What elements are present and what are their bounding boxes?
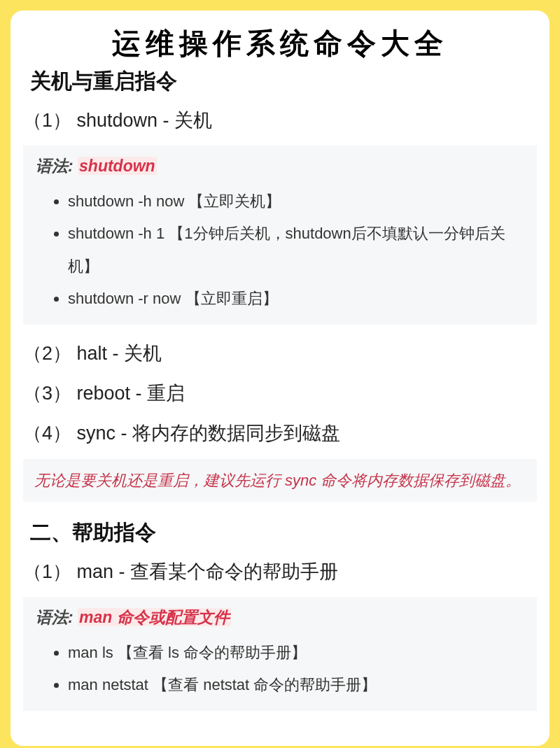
- syntax-bullet: man netstat 【查看 netstat 命令的帮助手册】: [68, 669, 524, 701]
- page-title: 运维操作系统命令大全: [23, 24, 537, 63]
- syntax-label-text: 语法:: [36, 608, 78, 626]
- syntax-bullet: shutdown -h now 【立即关机】: [68, 185, 524, 218]
- cmd-item-sync: （4） sync - 将内存的数据同步到磁盘: [23, 418, 537, 449]
- cmd-item-man: （1） man - 查看某个命令的帮助手册: [23, 557, 537, 587]
- cmd-item-reboot: （3） reboot - 重启: [23, 379, 537, 409]
- cmd-item-halt: （2） halt - 关机: [23, 339, 537, 369]
- syntax-bullet: shutdown -r now 【立即重启】: [68, 283, 524, 315]
- syntax-box-man: 语法: man 命令或配置文件 man ls 【查看 ls 命令的帮助手册】 m…: [23, 597, 537, 711]
- syntax-label: 语法: man 命令或配置文件: [36, 607, 524, 628]
- syntax-bullet-list: shutdown -h now 【立即关机】 shutdown -h 1 【1分…: [36, 185, 524, 315]
- note-box: 无论是要关机还是重启，建议先运行 sync 命令将内存数据保存到磁盘。: [23, 459, 537, 502]
- page-container: 运维操作系统命令大全 关机与重启指令 （1） shutdown - 关机 语法:…: [10, 10, 550, 746]
- section-heading-help: 二、帮助指令: [30, 518, 537, 547]
- syntax-command: man 命令或配置文件: [78, 608, 231, 626]
- cmd-item-shutdown: （1） shutdown - 关机: [23, 106, 537, 136]
- section-heading-shutdown: 关机与重启指令: [30, 67, 537, 96]
- syntax-bullet: man ls 【查看 ls 命令的帮助手册】: [68, 637, 524, 669]
- syntax-box-shutdown: 语法: shutdown shutdown -h now 【立即关机】 shut…: [23, 146, 537, 325]
- syntax-bullet-list: man ls 【查看 ls 命令的帮助手册】 man netstat 【查看 n…: [36, 637, 524, 701]
- syntax-label: 语法: shutdown: [36, 155, 524, 177]
- syntax-command: shutdown: [78, 157, 157, 175]
- syntax-label-text: 语法:: [36, 157, 78, 175]
- note-text: 无论是要关机还是重启，建议先运行 sync 命令将内存数据保存到磁盘。: [34, 469, 526, 492]
- syntax-bullet: shutdown -h 1 【1分钟后关机，shutdown后不填默认一分钟后关…: [68, 218, 524, 282]
